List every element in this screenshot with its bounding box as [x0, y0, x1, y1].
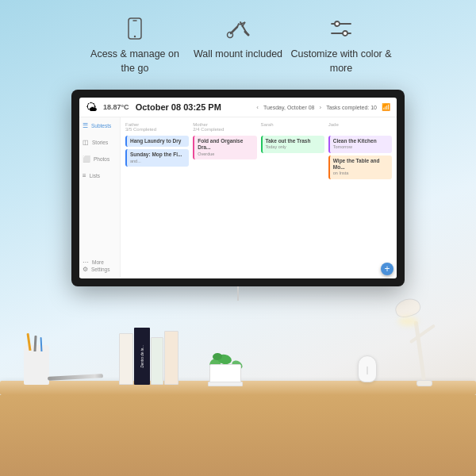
screen-main-content: Father 3/5 Completed Mother 2/4 Complete…	[121, 117, 397, 278]
wifi-icon: 📶	[382, 103, 390, 111]
sidebar-item-photos[interactable]: ⬜ Photos	[83, 155, 117, 163]
task-card[interactable]: Clean the Kitchen Tomorrow	[328, 136, 392, 153]
screen-body: ☰ Subtests ◫ Stories ⬜ Photos ≡ Lists	[79, 117, 397, 278]
fab-add-button[interactable]: +	[381, 263, 393, 275]
desk-body	[0, 395, 476, 476]
task-card[interactable]: Take out the Trash Today only	[261, 136, 324, 153]
task-card[interactable]: Sunday: Mop the Fl... and...	[125, 149, 189, 167]
col-header-jade: Jade	[328, 122, 392, 132]
next-arrow[interactable]: ›	[320, 104, 322, 111]
prev-arrow[interactable]: ‹	[256, 104, 259, 111]
feature-customize-text: Customize with color & more	[290, 48, 393, 75]
weather-icon: 🌤	[86, 101, 97, 113]
sliders-icon	[329, 14, 353, 43]
temperature-display: 18.87°C	[103, 103, 129, 111]
datetime-display: October 08 03:25 PM	[136, 102, 221, 112]
monitor: 🌤 18.87°C October 08 03:25 PM ‹ Tuesday,…	[71, 90, 405, 286]
svg-point-13	[343, 31, 347, 36]
wrench-icon	[226, 14, 250, 43]
plant	[206, 343, 244, 386]
stylus	[48, 375, 103, 379]
sidebar-item-stories[interactable]: ◫ Stories	[83, 139, 117, 146]
feature-customize: Customize with color & more	[290, 14, 393, 75]
mobile-icon	[126, 14, 144, 43]
feature-access: Acess & manage on the go	[83, 14, 186, 75]
task-col-mother: Fold and Organise Dra... Overdue	[193, 136, 256, 231]
col-header-mother: Mother 2/4 Completed	[193, 122, 256, 132]
svg-point-11	[335, 21, 340, 26]
screen-header: 🌤 18.87°C October 08 03:25 PM ‹ Tuesday,…	[79, 98, 397, 117]
desk-scene: Dentro de te...	[0, 301, 476, 476]
monitor-wrapper: 🌤 18.87°C October 08 03:25 PM ‹ Tuesday,…	[0, 90, 476, 286]
monitor-cable	[237, 286, 239, 301]
desk	[0, 381, 476, 476]
col-header-sarah: Sarah	[261, 122, 324, 132]
task-col-jade: Clean the Kitchen Tomorrow Wipe the Tabl…	[328, 136, 392, 231]
svg-line-9	[245, 32, 248, 35]
sidebar-item-settings[interactable]: ⚙ Settings	[83, 266, 117, 273]
columns-header: Father 3/5 Completed Mother 2/4 Complete…	[125, 122, 392, 132]
columns-body: Hang Laundry to Dry Sunday: Mop the Fl..…	[125, 136, 392, 231]
monitor-screen: 🌤 18.87°C October 08 03:25 PM ‹ Tuesday,…	[79, 98, 397, 278]
feature-wallmount: Wall mount included	[186, 14, 290, 75]
sidebar-item-more[interactable]: ⋯ More	[83, 259, 117, 266]
task-card[interactable]: Wipe the Table and Mo... on Insta	[328, 155, 392, 179]
feature-wallmount-text: Wall mount included	[194, 48, 282, 62]
task-col-father: Hang Laundry to Dry Sunday: Mop the Fl..…	[125, 136, 189, 231]
features-row: Acess & manage on the go Wall mount incl…	[0, 0, 476, 83]
task-card[interactable]: Hang Laundry to Dry	[125, 136, 189, 147]
screen-sidebar: ☰ Subtests ◫ Stories ⬜ Photos ≡ Lists	[79, 117, 121, 278]
desk-lamp	[389, 283, 460, 386]
svg-point-2	[134, 36, 136, 37]
books-group: Dentro de te...	[119, 328, 178, 385]
feature-access-text: Acess & manage on the go	[83, 48, 186, 75]
pencil-holder	[24, 345, 49, 385]
task-col-sarah: Take out the Trash Today only	[261, 136, 324, 231]
sidebar-item-lists[interactable]: ≡ Lists	[83, 172, 117, 179]
mouse[interactable]	[358, 355, 377, 382]
task-card[interactable]: Fold and Organise Dra... Overdue	[193, 136, 256, 159]
svg-line-7	[237, 24, 239, 27]
col-header-father: Father 3/5 Completed	[125, 122, 189, 132]
header-right: ‹ Tuesday, October 08 › Tasks completed:…	[256, 103, 390, 111]
sidebar-item-subtests[interactable]: ☰ Subtests	[83, 122, 117, 129]
